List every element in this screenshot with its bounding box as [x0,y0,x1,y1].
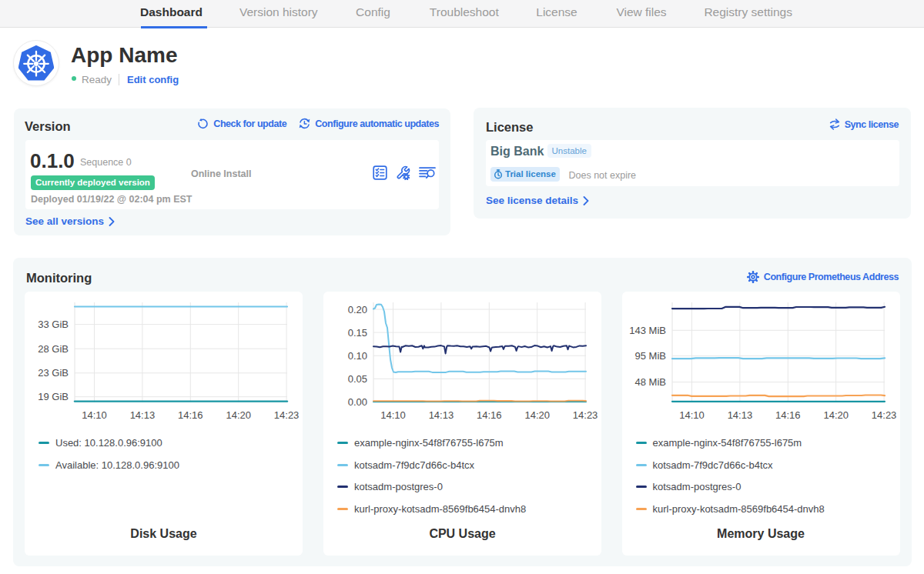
svg-text:14:13: 14:13 [429,409,454,421]
svg-text:14:10: 14:10 [380,409,406,421]
svg-text:0.10: 0.10 [348,350,367,362]
svg-text:14:23: 14:23 [274,409,300,421]
svg-text:19 GiB: 19 GiB [38,391,69,402]
svg-text:14:16: 14:16 [477,409,502,421]
svg-text:14:13: 14:13 [130,409,156,421]
svg-text:14:23: 14:23 [871,409,896,421]
svg-text:23 GiB: 23 GiB [38,367,69,379]
svg-text:0.00: 0.00 [348,396,367,408]
svg-text:14:20: 14:20 [226,409,251,421]
svg-text:95 MiB: 95 MiB [634,350,665,362]
svg-text:0.05: 0.05 [348,373,367,385]
svg-text:143 MiB: 143 MiB [629,325,666,336]
svg-text:14:20: 14:20 [823,409,849,421]
svg-text:14:10: 14:10 [679,409,705,421]
svg-text:0.20: 0.20 [348,304,367,315]
svg-text:14:23: 14:23 [573,409,598,421]
svg-text:28 GiB: 28 GiB [38,343,69,355]
svg-text:0.15: 0.15 [348,327,367,339]
svg-text:14:16: 14:16 [775,409,801,421]
svg-text:14:13: 14:13 [727,409,752,421]
svg-text:14:20: 14:20 [524,409,550,421]
svg-text:14:16: 14:16 [178,409,203,421]
svg-text:48 MiB: 48 MiB [634,376,665,388]
svg-text:33 GiB: 33 GiB [38,319,69,330]
svg-text:14:10: 14:10 [82,409,107,421]
